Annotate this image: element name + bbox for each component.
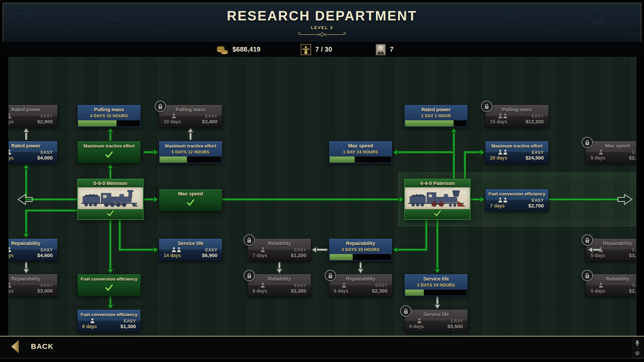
back-button[interactable]: BACK xyxy=(11,340,54,353)
header-panel: RESEARCH DEPARTMENT LEVEL 3 CH₄C₆H₆H₂OO₂… xyxy=(3,3,641,42)
resource-bar: $688,419 7 / 30 7 xyxy=(0,42,644,57)
focus-icon[interactable] xyxy=(633,349,642,358)
coins-icon xyxy=(216,45,228,55)
bottom-bar: BACK xyxy=(0,337,644,358)
chem-doodle: C₆H₆ xyxy=(60,25,70,31)
back-arrow-icon xyxy=(11,340,19,353)
chem-doodle: H₂O xyxy=(110,16,119,21)
staff-icon xyxy=(301,44,311,55)
money-display: $688,419 xyxy=(216,42,260,57)
chem-doodle: H₂SO₄ xyxy=(506,13,519,18)
mic-icon[interactable] xyxy=(633,339,642,348)
staff-display: 7 / 30 xyxy=(301,42,332,57)
research-department-screen: RESEARCH DEPARTMENT LEVEL 3 CH₄C₆H₆H₂OO₂… xyxy=(0,0,644,362)
level-label: LEVEL 3 xyxy=(3,25,641,30)
scientist-portrait-icon xyxy=(376,44,386,55)
page-title: RESEARCH DEPARTMENT xyxy=(3,8,641,23)
overlay-arrows xyxy=(9,57,636,336)
money-value: $688,419 xyxy=(232,46,260,53)
chem-doodle: O₂ + 2H₂ xyxy=(151,29,168,36)
scroll-left-arrow[interactable] xyxy=(18,194,32,204)
chem-doodle: Fe₂O₃ xyxy=(546,27,559,33)
scientists-display: 7 xyxy=(376,42,393,57)
chem-doodle: CH₃—CH₂ xyxy=(624,31,644,36)
chem-doodle-oval xyxy=(585,10,603,21)
arrowhead xyxy=(588,247,593,253)
chem-doodle-oval xyxy=(12,13,27,22)
staff-value: 7 / 30 xyxy=(315,46,332,53)
divider-line-bottom xyxy=(0,358,644,358)
research-tree-map: Rated power EASY 5 days $2,900Rated powe… xyxy=(8,57,636,337)
back-label: BACK xyxy=(31,342,54,351)
scientists-value: 7 xyxy=(390,46,393,53)
flourish-ornament xyxy=(3,32,641,39)
scroll-right-arrow[interactable] xyxy=(618,194,632,204)
